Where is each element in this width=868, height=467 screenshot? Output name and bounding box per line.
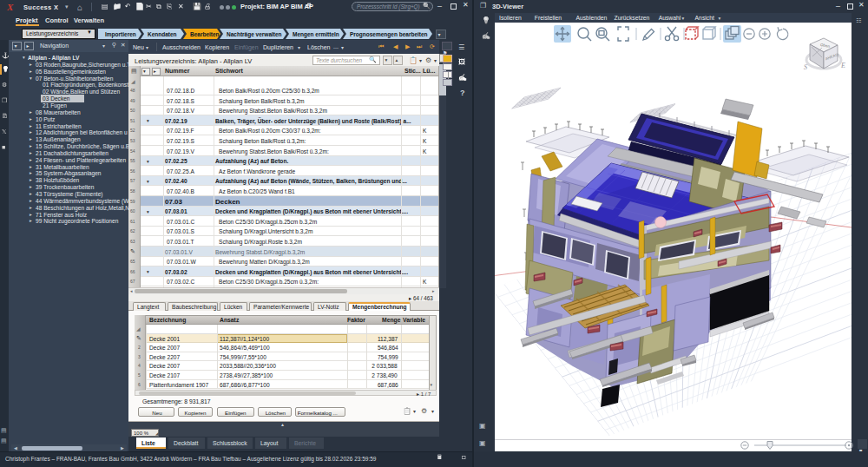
svg-text:S: S [804,63,807,71]
svg-text:E: E [840,62,845,69]
